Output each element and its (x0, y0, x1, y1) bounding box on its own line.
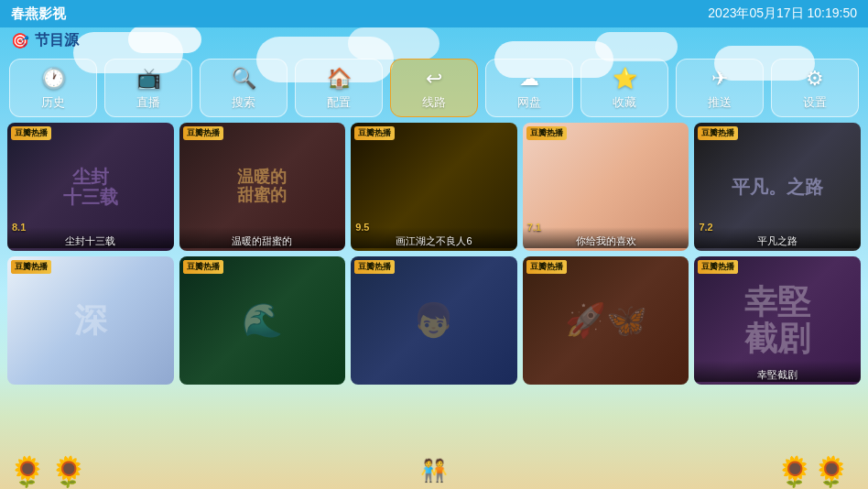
history-label: 历史 (41, 94, 65, 111)
card-badge-4: 豆瓣热播 (526, 126, 567, 140)
history-icon: 🕐 (41, 67, 66, 91)
config-label: 配置 (327, 94, 351, 111)
card-title-1: 尘封十三载 (7, 227, 174, 248)
card-5[interactable]: 豆瓣热播 平凡。之路 7.2平凡之路 (694, 123, 861, 251)
card-3[interactable]: 豆瓣热播9.5画江湖之不良人6 (351, 123, 517, 251)
card-badge-3: 豆瓣热播 (354, 126, 395, 140)
datetime: 2023年05月17日 10:19:50 (708, 5, 857, 22)
card-title-4: 你给我的喜欢 (523, 227, 689, 248)
app-title: 春燕影视 (11, 5, 66, 23)
live-icon: 📺 (136, 67, 161, 91)
nav-item-push[interactable]: ✈ 推送 (676, 59, 764, 117)
nav-item-cloud[interactable]: ☁ 网盘 (485, 59, 573, 117)
settings-icon: ⚙ (806, 67, 824, 91)
nav-item-config[interactable]: 🏠 配置 (295, 59, 383, 117)
cloud-label: 网盘 (517, 94, 541, 111)
nav-item-search[interactable]: 🔍 搜索 (200, 59, 288, 117)
nav-item-settings[interactable]: ⚙ 设置 (771, 59, 859, 117)
card-r2-overlay-1: 🌊 (179, 256, 346, 385)
push-icon: ✈ (711, 67, 728, 91)
card-9[interactable]: 豆瓣热播豆瓣热播🚀🦋 (523, 256, 689, 385)
section-icon: 🎯 (11, 32, 29, 49)
nav-item-favorite[interactable]: ⭐ 收藏 (580, 59, 668, 117)
sunflower-2: 🌻 (50, 454, 87, 489)
route-label: 线路 (422, 94, 446, 111)
search-icon: 🔍 (232, 67, 256, 91)
card-title-2: 温暖的甜蜜的 (179, 227, 346, 248)
card-r2-overlay-0: 深 (7, 256, 174, 385)
nav-item-route[interactable]: ↩ 线路 (390, 59, 478, 117)
live-label: 直播 (136, 94, 160, 111)
config-icon: 🏠 (327, 67, 352, 91)
top-bar: 春燕影视 2023年05月17日 10:19:50 (0, 0, 868, 27)
sunflower-4: 🌻 (776, 454, 813, 489)
card-8[interactable]: 豆瓣热播豆瓣热播👦 (351, 256, 517, 385)
nav-item-live[interactable]: 📺 直播 (104, 59, 192, 117)
card-6[interactable]: 豆瓣热播豆瓣热播深 (7, 256, 174, 385)
card-4[interactable]: 豆瓣热播7.1你给我的喜欢 (523, 123, 689, 251)
section-header: 🎯 节目源 (0, 27, 868, 53)
search-label: 搜索 (232, 94, 255, 111)
sunflower-3: 🌻 (813, 454, 850, 489)
card-1[interactable]: 豆瓣热播 尘封十三载 8.1尘封十三载 (7, 123, 174, 251)
figures: 🧑‍🤝‍🧑 (420, 458, 448, 484)
favorite-icon: ⭐ (613, 67, 637, 91)
cloud-icon: ☁ (519, 67, 539, 91)
content-section: 豆瓣热播 尘封十三载 8.1尘封十三载豆瓣热播 温暖的甜蜜的 温暖的甜蜜的豆瓣热… (0, 123, 868, 385)
nav-item-history[interactable]: 🕐 历史 (9, 59, 97, 117)
nav-grid: 🕐 历史 📺 直播 🔍 搜索 🏠 配置 ↩ 线路 ☁ 网盘 ⭐ 收藏 ✈ 推送 … (0, 53, 868, 123)
card-title-5: 平凡之路 (694, 227, 861, 248)
push-label: 推送 (708, 94, 732, 111)
card-r2-overlay-2: 👦 (351, 256, 517, 385)
card-7[interactable]: 豆瓣热播豆瓣热播🌊 (179, 256, 346, 385)
card-r2-overlay-4: 幸堅截剧 (694, 256, 861, 385)
card-2[interactable]: 豆瓣热播 温暖的甜蜜的 温暖的甜蜜的 (179, 123, 346, 251)
cards-row-2: 豆瓣热播豆瓣热播深豆瓣热播豆瓣热播🌊豆瓣热播豆瓣热播👦豆瓣热播豆瓣热播🚀🦋豆瓣热… (7, 256, 861, 385)
sunflower-1: 🌻 (9, 454, 46, 489)
favorite-label: 收藏 (613, 94, 636, 111)
route-icon: ↩ (426, 67, 442, 91)
card-r2-overlay-3: 🚀🦋 (523, 256, 689, 385)
cards-row-1: 豆瓣热播 尘封十三载 8.1尘封十三载豆瓣热播 温暖的甜蜜的 温暖的甜蜜的豆瓣热… (7, 123, 861, 251)
bottom-decoration: 🌻 🌻 🌻 🌻 🧑‍🤝‍🧑 (0, 452, 868, 489)
settings-label: 设置 (803, 94, 827, 111)
card-10[interactable]: 豆瓣热播豆瓣热播幸堅截剧幸堅截剧 (694, 256, 861, 385)
section-title: 节目源 (35, 31, 79, 50)
card-title-3: 画江湖之不良人6 (351, 227, 517, 248)
